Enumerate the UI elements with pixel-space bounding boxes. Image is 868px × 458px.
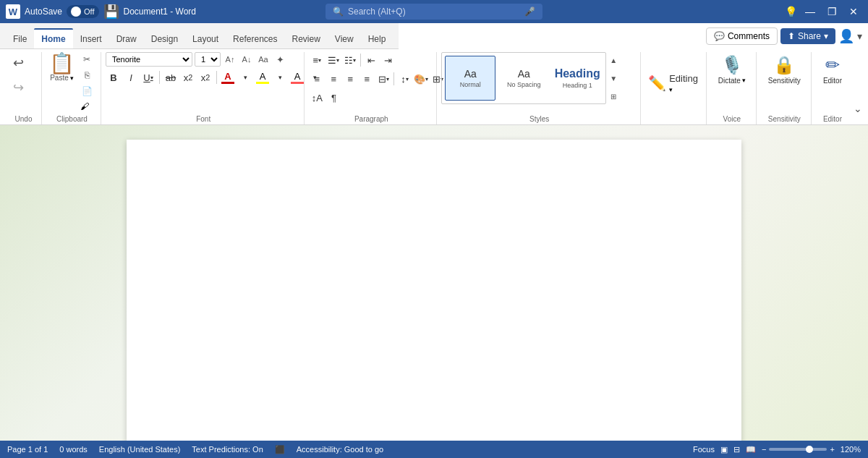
ribbon: File Home Insert Draw Design Layout Refe…: [0, 23, 868, 125]
style-heading1[interactable]: Heading Heading 1: [552, 56, 603, 101]
numbered-list-button[interactable]: ☰▾: [326, 52, 341, 68]
tab-layout[interactable]: Layout: [185, 30, 226, 48]
print-layout-icon[interactable]: ▣: [720, 445, 728, 454]
italic-button[interactable]: I: [123, 69, 139, 85]
document-page[interactable]: [127, 140, 741, 441]
styles-scroll-up[interactable]: ▲: [608, 52, 619, 68]
track-changes-icon[interactable]: ⬛: [275, 445, 285, 454]
mic-icon[interactable]: 🎤: [524, 7, 535, 17]
user-icon[interactable]: 👤: [838, 28, 854, 44]
share-button[interactable]: ⬆ Share ▾: [780, 28, 835, 44]
increase-indent-button[interactable]: ⇥: [380, 52, 396, 68]
language: English (United States): [99, 445, 181, 454]
highlight-button[interactable]: A: [255, 71, 271, 84]
strikethrough-button[interactable]: ab: [163, 69, 179, 85]
sensitivity-button[interactable]: 🔒 Sensitivity: [764, 52, 805, 88]
save-icon[interactable]: 💾: [103, 4, 119, 20]
undo-button[interactable]: ↩: [9, 52, 28, 74]
tab-design[interactable]: Design: [144, 30, 185, 48]
close-button[interactable]: ✕: [845, 3, 862, 20]
format-painter-button[interactable]: 🖌: [79, 100, 95, 113]
sensitivity-icon: 🔒: [773, 55, 795, 75]
minimize-button[interactable]: —: [801, 3, 819, 20]
lightbulb-icon[interactable]: 💡: [785, 6, 797, 17]
copy-button[interactable]: ⎘: [79, 68, 95, 82]
share-chevron-icon: ▾: [824, 31, 828, 41]
tab-references[interactable]: References: [226, 30, 284, 48]
subscript-button[interactable]: x2: [180, 69, 196, 85]
styles-expand[interactable]: ⊞: [608, 88, 619, 104]
web-layout-icon[interactable]: ⊟: [733, 445, 740, 454]
clear-format-button[interactable]: ✦: [273, 52, 287, 67]
font-color-button[interactable]: A: [220, 71, 236, 84]
sort-button[interactable]: ↕A: [309, 90, 325, 106]
tab-file[interactable]: File: [6, 30, 34, 48]
file-new-button[interactable]: 📄: [79, 84, 95, 98]
paste-button[interactable]: 📋 Paste ▾: [46, 52, 77, 83]
tab-view[interactable]: View: [328, 30, 361, 48]
styles-scroll-down[interactable]: ▼: [608, 70, 619, 86]
show-marks-button[interactable]: ¶: [326, 90, 341, 106]
tab-review[interactable]: Review: [284, 30, 327, 48]
cut-button[interactable]: ✂: [79, 52, 95, 67]
editing-chevron-icon: ▾: [669, 86, 673, 93]
comments-label: Comments: [728, 31, 770, 41]
styles-scroll: ▲ ▼ ⊞: [608, 52, 619, 104]
shading-button[interactable]: A: [289, 71, 305, 84]
editor-button[interactable]: ✏ Editor: [819, 52, 846, 88]
align-left-button[interactable]: ≡: [309, 71, 325, 87]
focus-button[interactable]: Focus: [693, 445, 715, 454]
shading-para-button[interactable]: 🎨▾: [413, 71, 429, 87]
bullet-list-button[interactable]: ≡▾: [309, 52, 325, 68]
editing-button[interactable]: ✏️ Editing ▾: [645, 69, 701, 98]
ribbon-collapse-icon[interactable]: ▾: [857, 30, 862, 42]
read-mode-icon[interactable]: 📖: [746, 445, 756, 454]
align-center-button[interactable]: ≡: [326, 71, 341, 87]
font-family-select[interactable]: Tenorite: [106, 52, 192, 67]
comments-button[interactable]: 💬 Comments: [706, 27, 778, 45]
tab-draw[interactable]: Draw: [109, 30, 144, 48]
decrease-font-button[interactable]: A↓: [239, 52, 254, 67]
dictate-button[interactable]: 🎙️ Dictate ▾: [714, 52, 750, 88]
font-color-chevron[interactable]: ▾: [237, 69, 253, 85]
style-normal-preview: Aa: [464, 68, 477, 80]
paragraph-group-label: Paragraph: [306, 115, 436, 123]
justify-button[interactable]: ≡: [359, 71, 375, 87]
accessibility-status: Accessibility: Good to go: [297, 445, 383, 454]
font-name-row: Tenorite 11 A↑ A↓ Aa ✦: [106, 52, 287, 67]
title-bar-right: 💡 — ❐ ✕: [576, 3, 862, 20]
clipboard-group: 📋 Paste ▾ ✂ ⎘ 📄 🖌 Clipboard: [43, 52, 101, 124]
style-no-spacing[interactable]: Aa No Spacing: [498, 56, 549, 101]
ribbon-collapse[interactable]: ⌄: [854, 52, 862, 124]
redo-button[interactable]: ↪: [9, 77, 28, 98]
underline-button[interactable]: U▾: [140, 69, 156, 85]
superscript-button[interactable]: x2: [197, 69, 213, 85]
zoom-in-icon[interactable]: +: [830, 445, 834, 454]
search-box[interactable]: 🔍 Search (Alt+Q) 🎤: [326, 4, 542, 20]
paste-chevron-icon: ▾: [70, 75, 74, 82]
zoom-slider[interactable]: [769, 448, 827, 451]
tab-home[interactable]: Home: [34, 28, 72, 48]
align-right-button[interactable]: ≡: [342, 71, 358, 87]
restore-button[interactable]: ❐: [823, 3, 841, 20]
highlight-chevron[interactable]: ▾: [272, 69, 288, 85]
document-scroll[interactable]: [0, 125, 868, 441]
font-size-select[interactable]: 11: [195, 52, 221, 67]
font-group: Tenorite 11 A↑ A↓ Aa ✦ B I U▾ ab x2: [103, 52, 305, 124]
change-case-button[interactable]: Aa: [256, 52, 271, 67]
increase-font-button[interactable]: A↑: [223, 52, 237, 67]
toggle-state: Off: [84, 7, 94, 16]
tab-insert[interactable]: Insert: [73, 30, 109, 48]
style-normal[interactable]: Aa Normal: [445, 56, 495, 101]
zoom-out-icon[interactable]: −: [762, 445, 766, 454]
font-group-label: Font: [103, 115, 304, 123]
bold-button[interactable]: B: [106, 69, 122, 85]
columns-button[interactable]: ⊟▾: [375, 71, 391, 87]
decrease-indent-button[interactable]: ⇤: [363, 52, 379, 68]
multilevel-list-button[interactable]: ☷▾: [342, 52, 358, 68]
line-spacing-button[interactable]: ↕▾: [396, 71, 412, 87]
divider-3: [360, 54, 361, 67]
clipboard-group-content: 📋 Paste ▾ ✂ ⎘ 📄 🖌: [46, 52, 95, 124]
autosave-toggle[interactable]: Off: [67, 5, 98, 18]
tab-help[interactable]: Help: [361, 30, 393, 48]
